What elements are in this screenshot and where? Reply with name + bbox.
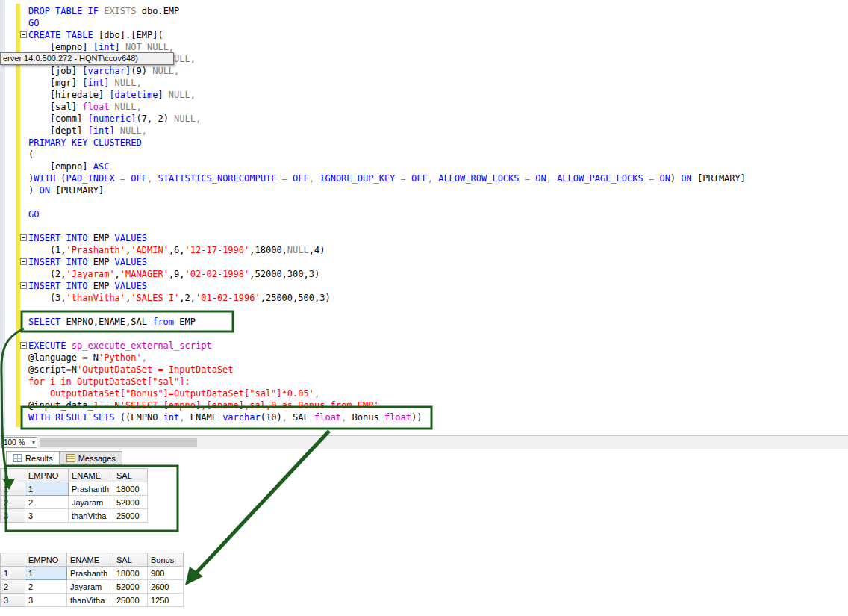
grid-cell[interactable]: thanVitha [69,509,113,523]
grid-cell[interactable]: 25000 [113,594,148,607]
grid-cell[interactable]: 2 [25,496,69,509]
grid-cell[interactable]: 18000 [113,482,148,496]
fold-collapse-icon[interactable] [20,31,27,38]
code-line[interactable]: GO [28,208,39,220]
grid-cell[interactable]: 18000 [113,567,148,580]
row-header[interactable]: 2 [1,496,25,509]
code-line[interactable]: [job] [varchar](9) NULL, [28,65,179,77]
code-line[interactable]: for i in OutputDataSet["sal"]: [28,376,190,388]
grid-cell[interactable]: Prashanth [67,567,113,580]
sql-editor[interactable]: DROP TABLE IF EXISTS dbo.EMPGOCREATE TAB… [0,0,848,449]
code-token: NULL, [120,125,147,136]
code-token: 'Jayaram' [66,269,115,279]
column-header-ename[interactable]: ENAME [69,469,113,482]
code-token: (9) [131,66,152,76]
code-line[interactable]: @script=N'OutputDataSet = InputDataSet [28,364,234,376]
grid-cell[interactable]: thanVitha [67,594,113,607]
horizontal-scrollbar[interactable] [40,438,847,447]
code-line[interactable]: DROP TABLE IF EXISTS dbo.EMP [28,5,179,17]
code-token: 'thanVitha' [66,293,125,303]
code-line[interactable]: (2,'Jayaram','MANAGER',9,'02-02-1998',52… [28,268,319,280]
grid-corner-cell[interactable] [1,469,25,482]
code-line[interactable]: INSERT INTO EMP VALUES [28,232,147,244]
code-token: '12-17-1990' [185,245,250,255]
row-header[interactable]: 1 [1,482,25,496]
column-header-sal[interactable]: SAL [113,553,148,567]
code-token: EXECUTE [28,340,72,351]
grid-corner-cell[interactable] [1,553,25,567]
code-token: VALUES [115,257,147,267]
row-header[interactable]: 3 [1,594,25,607]
grid-cell[interactable]: 2600 [148,580,184,594]
code-line[interactable]: (3,'thanVitha','SALES I',2,'01-02-1996',… [28,292,331,304]
code-token: (10) [261,412,282,423]
column-header-empno[interactable]: EMPNO [25,469,69,482]
column-header-empno[interactable]: EMPNO [25,553,67,567]
column-header-sal[interactable]: SAL [113,469,148,482]
grid-cell[interactable]: 900 [148,567,184,580]
code-token: )) [411,412,422,423]
fold-collapse-icon[interactable] [20,342,27,349]
fold-collapse-icon[interactable] [20,282,27,289]
zoom-dropdown[interactable]: 100 % ▾ [1,437,37,448]
fold-collapse-icon[interactable] [20,258,27,265]
code-line[interactable]: [mgr] [int] NULL, [28,77,142,89]
code-line[interactable]: [sal] float NULL, [28,101,142,113]
grid-cell-selected[interactable]: 1 [25,567,67,580]
code-line[interactable]: (1,'Prashanth','ADMIN',6,'12-17-1990',18… [28,244,325,256]
code-token: WITH [34,173,60,184]
grid-cell[interactable]: 52000 [113,496,148,509]
grid-cell[interactable]: 52000 [113,580,148,594]
tab-messages[interactable]: Messages [60,451,122,465]
grid-cell[interactable]: Jayaram [67,580,113,594]
code-line[interactable]: [hiredate] [datetime] NULL, [28,89,196,101]
row-header[interactable]: 1 [1,567,25,580]
code-line[interactable]: PRIMARY KEY CLUSTERED [28,137,142,149]
code-token: , [546,173,557,184]
code-line[interactable]: ( [28,149,34,161]
column-header-bonus[interactable]: Bonus [148,553,184,567]
fold-collapse-icon[interactable] [20,234,27,241]
code-line[interactable]: WITH RESULT SETS ((EMPNO int, ENAME varc… [28,411,422,423]
column-header-ename[interactable]: ENAME [67,553,113,567]
code-line[interactable]: CREATE TABLE [dbo].[EMP]( [28,29,163,41]
code-token: 'SALES I' [131,293,179,303]
code-token: ( [60,173,66,184]
grid-cell[interactable]: 2 [25,580,67,594]
code-line[interactable]: [empno] [int] NOT NULL, [28,41,174,53]
code-line[interactable]: [empno] ASC [28,161,109,172]
code-token: ,9, [169,269,185,279]
row-header[interactable]: 2 [1,580,25,594]
editor-bottom-bar: 100 % ▾ [0,435,848,449]
code-line[interactable]: INSERT INTO EMP VALUES [28,280,147,292]
tab-results[interactable]: Results [6,451,60,465]
grid-cell[interactable]: 3 [25,594,67,607]
code-line[interactable]: OutputDataSet["Bonus"]=OutputDataSet["sa… [28,388,319,399]
code-token: dbo.EMP [142,6,180,16]
code-token: 'SELECT [empno],[ename],sal,0 as Bonus f… [120,400,379,411]
grid-cell[interactable]: 1250 [148,594,184,607]
grid-cell[interactable]: Jayaram [69,496,113,509]
code-line[interactable]: @language = N'Python', [28,352,147,364]
grid-cell[interactable]: 3 [25,509,69,523]
code-line[interactable]: [dept] [int] NULL, [28,125,147,137]
grid-cell[interactable]: Prashanth [69,482,113,496]
grid-cell[interactable]: 25000 [113,509,148,523]
code-line[interactable]: ) ON [PRIMARY] [28,184,104,196]
code-token: ) [28,185,39,196]
code-line[interactable]: INSERT INTO EMP VALUES [28,256,147,268]
connection-tooltip: erver 14.0.500.272 - HQNT\ccov648) [0,52,174,65]
code-line[interactable]: GO [28,17,39,29]
code-line[interactable]: EXECUTE sp_execute_external_script [28,340,212,352]
code-token: NULL, [115,102,142,112]
code-line[interactable]: )WITH (PAD_INDEX = OFF, STATISTICS_NOREC… [28,172,746,184]
row-header[interactable]: 3 [1,509,25,523]
code-token: = [401,173,411,184]
code-line[interactable]: @input_data_1 = N'SELECT [empno],[ename]… [28,399,379,411]
code-line[interactable]: [comm] [numeric](7, 2) NULL, [28,113,201,125]
code-token: = [82,352,93,363]
code-line[interactable]: SELECT EMPNO,ENAME,SAL from EMP [28,316,196,328]
code-token: 'ADMIN' [131,245,169,255]
scrollbar-thumb[interactable] [40,438,197,447]
grid-cell-selected[interactable]: 1 [25,482,69,496]
